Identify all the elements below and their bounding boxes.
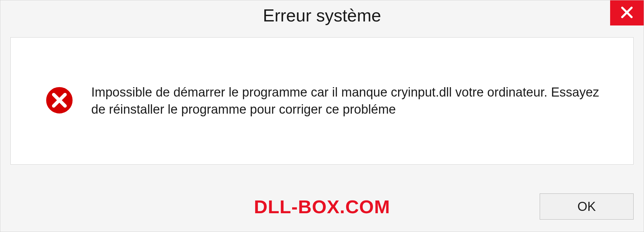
footer: DLL-BOX.COM OK — [10, 191, 634, 222]
ok-button[interactable]: OK — [540, 193, 634, 220]
dialog-title: Erreur système — [263, 5, 381, 25]
watermark-text: DLL-BOX.COM — [254, 196, 390, 218]
close-icon — [620, 5, 634, 21]
close-button[interactable] — [610, 0, 644, 25]
error-icon — [44, 85, 74, 117]
error-dialog: Erreur système Impossible de démarrer le… — [0, 0, 644, 232]
ok-button-label: OK — [578, 199, 596, 214]
titlebar: Erreur système — [0, 0, 644, 31]
content-panel: Impossible de démarrer le programme car … — [10, 37, 634, 165]
error-message: Impossible de démarrer le programme car … — [91, 84, 613, 118]
